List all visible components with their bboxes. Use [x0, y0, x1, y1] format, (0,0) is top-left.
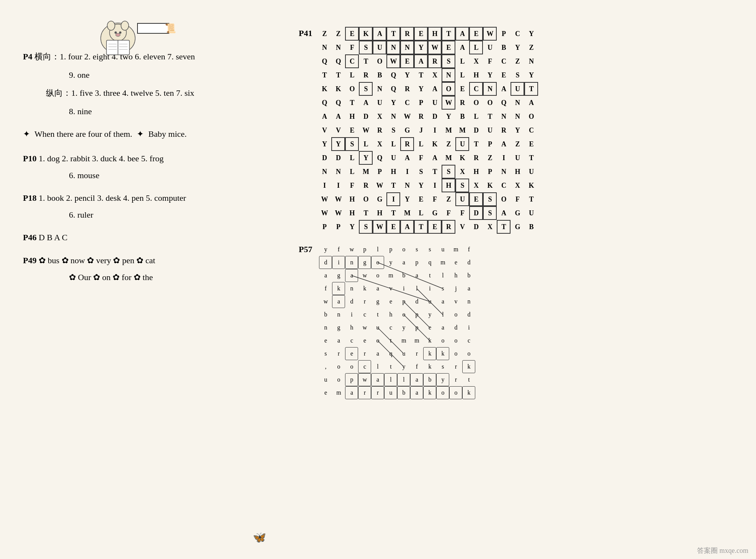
p57-cell-11-0: e: [319, 386, 332, 399]
p41-cell-4-1: O: [345, 82, 359, 96]
p57-cell-4-3: r: [358, 295, 371, 308]
p57-cell-2-9: l: [436, 269, 449, 282]
p57-cell-10-6: l: [397, 373, 410, 386]
p57-label: P57: [299, 243, 312, 254]
p57-cell-3-11: a: [462, 282, 475, 295]
p57-cell-7-9: o: [436, 334, 449, 347]
p57-cell-9-10: r: [449, 360, 462, 373]
p57-cell-1-7: p: [410, 256, 423, 269]
p57-cell-9-1: o: [332, 360, 345, 373]
p41-cell-0-10: E: [469, 27, 483, 41]
p41-cell-6-9: B: [455, 110, 469, 123]
p41-cell-11-3: W: [373, 179, 386, 192]
p57-cell-9-9: s: [436, 360, 449, 373]
p57-cell-0-8: s: [423, 243, 436, 256]
p41-cell-8-5: R: [400, 137, 414, 151]
svg-point-5: [119, 31, 121, 34]
p41-cell-1-13: Y: [511, 41, 524, 54]
p41-cell-7-0: V: [331, 123, 345, 137]
p4-row: P4 横向：1. four 2. eight 4. two 6. eleven …: [23, 49, 283, 64]
p41-cell-0-11: W: [483, 27, 497, 41]
p41-cell-0-6: E: [414, 27, 428, 41]
p41-cell-10-13: H: [511, 165, 524, 179]
p57-cell-7-0: e: [319, 334, 332, 347]
p46-row: P46 D B A C: [23, 230, 283, 245]
p41-cell-8-14: E: [524, 137, 538, 151]
page: 📜 P4 横向：1. four 2. eight 4. two 6. eleve…: [0, 0, 756, 559]
p41-cell-2-7: R: [428, 54, 442, 68]
p41-cell-13-2: T: [359, 206, 373, 220]
p57-cell-3-10: j: [449, 282, 462, 295]
p41-cell-6-2: D: [359, 110, 373, 123]
p57-cell-8-4: a: [371, 347, 384, 360]
p57-cell-3-9: s: [436, 282, 449, 295]
p41-cell-14-4: E: [386, 220, 400, 234]
p41-row-label-14: P: [319, 223, 330, 231]
p41-cell-3-9: L: [455, 68, 469, 82]
p57-cell-10-10: r: [449, 373, 462, 386]
p41-cell-4-10: C: [469, 82, 483, 96]
p41-cell-0-1: E: [345, 27, 359, 41]
p57-cell-10-5: l: [384, 373, 397, 386]
p41-row-6: AAHDXNWRDYBLTNNO: [319, 110, 538, 123]
p57-cell-7-7: m: [410, 334, 423, 347]
p41-cell-3-12: E: [497, 68, 511, 82]
p41-cell-1-14: Z: [524, 41, 538, 54]
banner-area: 📜: [23, 23, 283, 34]
p57-cell-6-0: n: [319, 321, 332, 334]
p41-cell-8-13: Z: [511, 137, 524, 151]
p57-cell-5-8: y: [423, 308, 436, 321]
p57-cell-11-1: m: [332, 386, 345, 399]
p57-cell-0-4: l: [371, 243, 384, 256]
p41-cell-7-9: M: [455, 123, 469, 137]
p41-cell-14-14: B: [524, 220, 538, 234]
p57-cell-5-1: n: [332, 308, 345, 321]
p57-cell-4-11: n: [462, 295, 475, 308]
p41-cell-7-1: E: [345, 123, 359, 137]
p49-label: P49: [23, 256, 36, 265]
p41-cell-6-14: O: [524, 110, 538, 123]
sentence-row: ✦ When there are four of them. ✦ Baby mi…: [23, 126, 283, 142]
p57-cell-11-9: o: [436, 386, 449, 399]
p57-cell-6-11: i: [462, 321, 475, 334]
scroll-icon: 📜: [165, 23, 176, 34]
page-icon: 🦋: [253, 531, 266, 544]
p57-cell-6-7: p: [410, 321, 423, 334]
p57-cell-4-1: a: [332, 295, 345, 308]
p57-cell-8-3: r: [358, 347, 371, 360]
p41-cell-11-1: F: [345, 179, 359, 192]
p41-cell-10-7: T: [428, 165, 442, 179]
p41-cell-7-6: J: [414, 123, 428, 137]
p57-cell-9-2: o: [345, 360, 358, 373]
p57-cell-9-5: t: [384, 360, 397, 373]
p41-cell-13-6: L: [414, 206, 428, 220]
p41-cell-8-3: X: [373, 137, 386, 151]
p41-row-label-9: D: [319, 154, 330, 162]
p57-cell-6-9: a: [436, 321, 449, 334]
p57-cell-10-9: y: [436, 373, 449, 386]
p57-cell-1-8: q: [423, 256, 436, 269]
p57-cell-8-6: u: [397, 347, 410, 360]
page-number-area: 🦋: [253, 531, 268, 544]
p41-cell-6-8: Y: [442, 110, 455, 123]
p57-cell-5-4: t: [371, 308, 384, 321]
p41-cell-2-11: F: [483, 54, 497, 68]
p57-cell-3-0: f: [319, 282, 332, 295]
svg-point-2: [107, 21, 115, 30]
p41-cell-13-9: F: [455, 206, 469, 220]
p57-row-1: dingoyapqmed: [319, 256, 475, 269]
p57-cell-10-1: o: [332, 373, 345, 386]
p57-cell-6-10: d: [449, 321, 462, 334]
p41-cell-6-10: L: [469, 110, 483, 123]
p41-cell-10-12: N: [497, 165, 511, 179]
p57-cell-8-11: o: [462, 347, 475, 360]
p57-cell-11-10: o: [449, 386, 462, 399]
p41-cell-9-5: A: [400, 151, 414, 165]
p41-cell-3-10: H: [469, 68, 483, 82]
p57-row-3: fknkavilisja: [319, 282, 475, 295]
p57-cell-7-6: m: [397, 334, 410, 347]
p57-cell-5-11: d: [462, 308, 475, 321]
p57-section: P57 yfwplpossumfdingoyapqmedagawombatlhb…: [299, 243, 733, 399]
p57-cell-2-2: a: [345, 269, 358, 282]
p57-cell-8-5: q: [384, 347, 397, 360]
